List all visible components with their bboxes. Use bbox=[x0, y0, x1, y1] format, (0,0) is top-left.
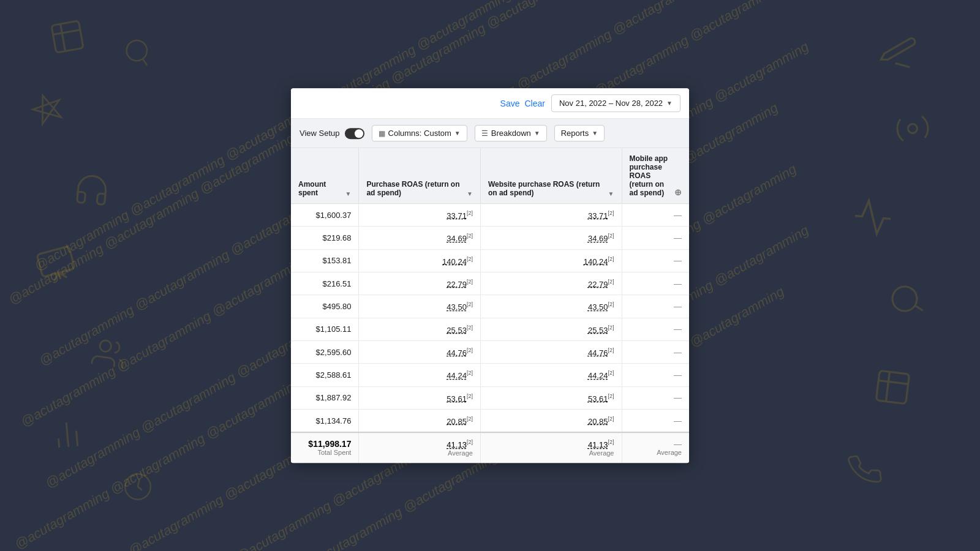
svg-line-9 bbox=[77, 431, 78, 446]
col-website-roas-sort[interactable]: ▼ bbox=[608, 190, 614, 197]
cell-mobile-roas: — bbox=[622, 249, 689, 272]
col-amount-spent: Amount spent ▼ bbox=[291, 148, 359, 204]
svg-line-2 bbox=[61, 24, 66, 51]
cell-purchase-roas: 43.50[2] bbox=[359, 295, 480, 318]
date-range-label: Nov 21, 2022 – Nov 28, 2022 bbox=[559, 99, 663, 108]
footer-purchase-roas: 41.13[2] Average bbox=[359, 432, 480, 462]
col-mobile-roas-label: Mobile app purchase ROAS (return on ad s… bbox=[630, 154, 673, 197]
date-range-button[interactable]: Nov 21, 2022 – Nov 28, 2022 ▼ bbox=[551, 94, 680, 112]
columns-chevron: ▼ bbox=[454, 130, 461, 137]
view-setup-toggle[interactable] bbox=[345, 128, 364, 139]
data-table: Amount spent ▼ Purchase ROAS (return on … bbox=[291, 148, 689, 463]
cell-website-roas: 44.24[2] bbox=[480, 364, 622, 386]
reports-button[interactable]: Reports ▼ bbox=[554, 125, 605, 141]
svg-line-15 bbox=[915, 304, 923, 312]
cell-purchase-roas: 22.79[2] bbox=[359, 272, 480, 295]
cell-website-roas: 140.24[2] bbox=[480, 249, 622, 272]
table-body: $1,600.37 33.71[2] 33.71[2] — $219.68 34… bbox=[291, 204, 689, 433]
reports-label: Reports bbox=[561, 129, 589, 138]
cell-purchase-roas: 20.85[2] bbox=[359, 410, 480, 433]
cell-purchase-roas: 34.69[2] bbox=[359, 227, 480, 249]
cell-website-roas: 43.50[2] bbox=[480, 295, 622, 318]
footer-website-roas: 41.13[2] Average bbox=[480, 432, 622, 462]
cell-amount-spent: $2,595.60 bbox=[291, 341, 359, 364]
columns-label: Columns: Custom bbox=[388, 129, 451, 138]
cell-mobile-roas: — bbox=[622, 341, 689, 364]
table-row: $216.51 22.79[2] 22.79[2] — bbox=[291, 272, 689, 295]
table-row: $1,600.37 33.71[2] 33.71[2] — bbox=[291, 204, 689, 227]
cell-amount-spent: $219.68 bbox=[291, 227, 359, 249]
cell-website-roas: 20.85[2] bbox=[480, 410, 622, 433]
cell-purchase-roas: 33.71[2] bbox=[359, 204, 480, 227]
cell-website-roas: 44.76[2] bbox=[480, 341, 622, 364]
cell-mobile-roas: — bbox=[622, 410, 689, 433]
breakdown-icon: ☰ bbox=[481, 129, 488, 138]
top-bar: Save Clear Nov 21, 2022 – Nov 28, 2022 ▼ bbox=[291, 88, 689, 119]
svg-point-14 bbox=[890, 284, 919, 313]
svg-line-11 bbox=[58, 438, 59, 448]
svg-point-13 bbox=[908, 124, 918, 134]
table-header-row: Amount spent ▼ Purchase ROAS (return on … bbox=[291, 148, 689, 204]
main-panel: Save Clear Nov 21, 2022 – Nov 28, 2022 ▼… bbox=[291, 88, 689, 463]
cell-purchase-roas: 140.24[2] bbox=[359, 249, 480, 272]
cell-mobile-roas: — bbox=[622, 318, 689, 340]
breakdown-label: Breakdown bbox=[491, 129, 531, 138]
col-purchase-roas-label: Purchase ROAS (return on ad spend) bbox=[366, 180, 464, 197]
cell-mobile-roas: — bbox=[622, 295, 689, 318]
table-row: $2,588.61 44.24[2] 44.24[2] — bbox=[291, 364, 689, 386]
view-setup-label: View Setup bbox=[300, 129, 340, 138]
svg-line-18 bbox=[886, 372, 889, 401]
table-row: $495.80 43.50[2] 43.50[2] — bbox=[291, 295, 689, 318]
clear-button[interactable]: Clear bbox=[525, 99, 545, 108]
cell-website-roas: 53.61[2] bbox=[480, 386, 622, 409]
svg-point-8 bbox=[99, 340, 112, 353]
cell-purchase-roas: 44.76[2] bbox=[359, 341, 480, 364]
date-range-chevron: ▼ bbox=[666, 100, 673, 107]
cell-mobile-roas: — bbox=[622, 227, 689, 249]
breakdown-chevron: ▼ bbox=[534, 130, 540, 137]
cell-amount-spent: $2,588.61 bbox=[291, 364, 359, 386]
cell-amount-spent: $1,105.11 bbox=[291, 318, 359, 340]
cell-mobile-roas: — bbox=[622, 204, 689, 227]
svg-rect-0 bbox=[51, 21, 83, 53]
svg-point-3 bbox=[125, 39, 149, 62]
cell-amount-spent: $495.80 bbox=[291, 295, 359, 318]
cell-website-roas: 25.53[2] bbox=[480, 318, 622, 340]
columns-button[interactable]: ▦ Columns: Custom ▼ bbox=[372, 125, 467, 141]
reports-chevron: ▼ bbox=[592, 130, 598, 137]
cell-purchase-roas: 44.24[2] bbox=[359, 364, 480, 386]
cell-amount-spent: $1,600.37 bbox=[291, 204, 359, 227]
toolbar: View Setup ▦ Columns: Custom ▼ ☰ Breakdo… bbox=[291, 119, 689, 148]
table-row: $153.81 140.24[2] 140.24[2] — bbox=[291, 249, 689, 272]
svg-marker-5 bbox=[29, 91, 65, 126]
table-row: $2,595.60 44.76[2] 44.76[2] — bbox=[291, 341, 689, 364]
col-website-roas: Website purchase ROAS (return on ad spen… bbox=[480, 148, 622, 204]
svg-line-10 bbox=[66, 422, 68, 447]
col-purchase-roas-sort[interactable]: ▼ bbox=[467, 190, 473, 197]
top-bar-actions: Save Clear bbox=[500, 99, 545, 108]
cell-amount-spent: $216.51 bbox=[291, 272, 359, 295]
col-purchase-roas: Purchase ROAS (return on ad spend) ▼ bbox=[359, 148, 480, 204]
footer-total-amount: $11,998.17 Total Spent bbox=[291, 432, 359, 462]
svg-line-4 bbox=[141, 59, 148, 65]
table-wrapper: Amount spent ▼ Purchase ROAS (return on … bbox=[291, 148, 689, 463]
col-settings-icon[interactable]: ⊕ bbox=[674, 187, 682, 197]
col-website-roas-label: Website purchase ROAS (return on ad spen… bbox=[488, 180, 606, 197]
cell-amount-spent: $153.81 bbox=[291, 249, 359, 272]
col-amount-spent-sort[interactable]: ▼ bbox=[345, 190, 352, 197]
col-amount-spent-label: Amount spent bbox=[298, 180, 343, 197]
cell-purchase-roas: 25.53[2] bbox=[359, 318, 480, 340]
cell-mobile-roas: — bbox=[622, 364, 689, 386]
table-row: $219.68 34.69[2] 34.69[2] — bbox=[291, 227, 689, 249]
columns-icon: ▦ bbox=[379, 129, 385, 138]
cell-website-roas: 22.79[2] bbox=[480, 272, 622, 295]
svg-rect-6 bbox=[37, 246, 75, 277]
breakdown-button[interactable]: ☰ Breakdown ▼ bbox=[475, 125, 547, 141]
save-button[interactable]: Save bbox=[500, 99, 520, 108]
table-footer: $11,998.17 Total Spent 41.13[2] Average … bbox=[291, 432, 689, 462]
table-row: $1,105.11 25.53[2] 25.53[2] — bbox=[291, 318, 689, 340]
table-row: $1,134.76 20.85[2] 20.85[2] — bbox=[291, 410, 689, 433]
svg-rect-16 bbox=[876, 370, 909, 403]
view-setup-container: View Setup bbox=[300, 128, 364, 139]
cell-mobile-roas: — bbox=[622, 386, 689, 409]
